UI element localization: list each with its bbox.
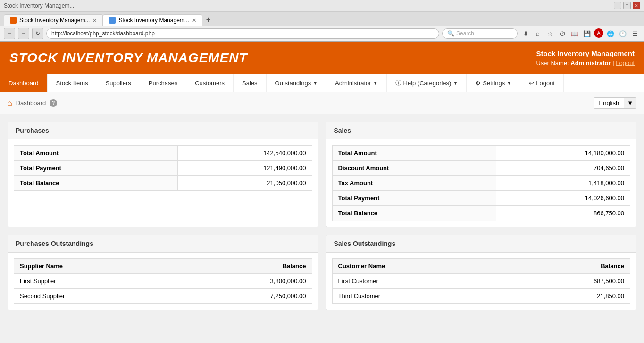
download-icon[interactable]: ⬇ <box>520 28 531 39</box>
sales-card-body: Total Amount 14,180,000.00 Discount Amou… <box>326 139 636 227</box>
nav-stock-items[interactable]: Stock Items <box>48 74 97 92</box>
nav-logout[interactable]: ↩ Logout <box>520 74 564 92</box>
table-header-row: Supplier Name Balance <box>14 259 312 274</box>
table-row: Total Payment 121,490,000.00 <box>14 161 312 176</box>
nav-help[interactable]: ⓘ Help (Categories) ▼ <box>387 74 467 92</box>
translate-icon[interactable]: 🌐 <box>605 28 616 39</box>
menu-icon[interactable]: ☰ <box>630 28 640 39</box>
customer-balance-2: 21,850.00 <box>505 289 630 304</box>
purchases-table: Total Amount 142,540,000.00 Total Paymen… <box>14 145 312 191</box>
table-row: Second Supplier 7,250,000.00 <box>14 289 312 304</box>
table-row: Total Amount 14,180,000.00 <box>332 146 630 161</box>
purchases-total-payment-label: Total Payment <box>14 161 178 176</box>
purchases-total-balance-label: Total Balance <box>14 176 178 191</box>
sales-outstandings-card: Sales Outstandings Customer Name Balance… <box>326 235 637 310</box>
site-name: Stock Inventory Management <box>536 49 635 57</box>
administrator-dropdown-icon: ▼ <box>373 81 378 86</box>
customer-balance-1: 687,500.00 <box>505 274 630 289</box>
nav-dashboard[interactable]: Dashboard <box>0 74 48 92</box>
supplier-name-col-header: Supplier Name <box>14 259 176 274</box>
tab-close-1[interactable]: ✕ <box>92 17 97 24</box>
purchases-card-body: Total Amount 142,540,000.00 Total Paymen… <box>8 139 318 196</box>
search-placeholder: Search <box>456 30 474 37</box>
sales-total-balance-label: Total Balance <box>332 206 496 221</box>
supplier-balance-col-header: Balance <box>176 259 312 274</box>
bookmark-icon[interactable]: 📖 <box>569 28 580 39</box>
settings-wrench-icon: ⚙ <box>475 80 481 87</box>
close-button[interactable]: ✕ <box>633 2 640 9</box>
address-text: http://localhost/php_stock/dashboard.php <box>51 30 434 37</box>
user-label: User Name: <box>536 59 569 66</box>
nav-suppliers-label: Suppliers <box>106 80 131 87</box>
adblock-icon[interactable]: A <box>594 28 603 38</box>
language-dropdown-arrow[interactable]: ▼ <box>624 98 636 108</box>
table-header-row: Customer Name Balance <box>332 259 630 274</box>
purchases-total-amount-value: 142,540,000.00 <box>178 146 312 161</box>
tab-icon-2 <box>109 17 116 24</box>
logout-link[interactable]: Logout <box>616 59 635 66</box>
nav-outstandings-label: Outstandings <box>275 80 311 87</box>
nav-dashboard-label: Dashboard <box>8 80 39 87</box>
sales-card-header: Sales <box>326 122 636 139</box>
sales-card: Sales Total Amount 14,180,000.00 Discoun… <box>326 122 637 227</box>
browser-titlebar: Stock Inventory Managem... – □ ✕ <box>0 0 644 12</box>
language-selector[interactable]: English ▼ <box>594 97 636 109</box>
new-tab-button[interactable]: + <box>202 14 214 26</box>
nav-settings[interactable]: ⚙ Settings ▼ <box>467 74 520 92</box>
window-controls: – □ ✕ <box>614 2 640 9</box>
customer-name-col-header: Customer Name <box>332 259 505 274</box>
table-row: First Customer 687,500.00 <box>332 274 630 289</box>
browser-toolbar: ← → ↻ http://localhost/php_stock/dashboa… <box>0 26 644 41</box>
browser-tab-1[interactable]: Stock Inventory Managem... ✕ <box>4 14 103 26</box>
purchases-card-header: Purchases <box>8 122 318 139</box>
supplier-balance-1: 3,800,000.00 <box>176 274 312 289</box>
purchases-total-payment-value: 121,490,000.00 <box>178 161 312 176</box>
table-row: Total Balance 866,750.00 <box>332 206 630 221</box>
sales-total-amount-label: Total Amount <box>332 146 496 161</box>
breadcrumb-bar: ⌂ Dashboard ? English ▼ <box>0 92 644 114</box>
tab-label-2: Stock Inventory Managem... <box>118 17 189 24</box>
breadcrumb-help-icon[interactable]: ? <box>50 99 57 107</box>
refresh-button[interactable]: ↻ <box>32 28 43 39</box>
purchases-outstandings-table: Supplier Name Balance First Supplier 3,8… <box>14 258 312 304</box>
purchases-total-balance-value: 21,050,000.00 <box>178 176 312 191</box>
sales-tax-value: 1,418,000.00 <box>496 176 630 191</box>
history-icon[interactable]: ⏱ <box>557 28 568 39</box>
user-info: User Name: Administrator | Logout <box>536 59 635 66</box>
sales-outstandings-body: Customer Name Balance First Customer 687… <box>326 253 636 310</box>
tab-close-2[interactable]: ✕ <box>192 17 196 24</box>
home-nav-icon[interactable]: ⌂ <box>533 28 543 39</box>
maximize-button[interactable]: □ <box>623 2 631 9</box>
nav-administrator[interactable]: Administrator ▼ <box>326 74 386 92</box>
app-header: STOCK INVENTORY MANAGEMENT Stock Invento… <box>0 42 644 74</box>
breadcrumb-home-icon[interactable]: ⌂ <box>8 99 12 107</box>
search-bar[interactable]: 🔍 Search <box>442 28 518 39</box>
nav-sales-label: Sales <box>242 80 258 87</box>
supplier-balance-2: 7,250,000.00 <box>176 289 312 304</box>
outstandings-dropdown-icon: ▼ <box>313 81 318 86</box>
star-icon[interactable]: ☆ <box>545 28 555 39</box>
purchases-outstandings-card: Purchases Outstandings Supplier Name Bal… <box>8 235 318 310</box>
language-value: English <box>594 98 624 108</box>
nav-help-label: Help (Categories) <box>403 80 452 87</box>
sales-total-payment-value: 14,026,600.00 <box>496 191 630 206</box>
back-button[interactable]: ← <box>4 28 15 39</box>
minimize-button[interactable]: – <box>614 2 621 9</box>
browser-tab-2[interactable]: Stock Inventory Managem... ✕ <box>103 14 202 26</box>
nav-customers[interactable]: Customers <box>186 74 234 92</box>
nav-outstandings[interactable]: Outstandings ▼ <box>267 74 327 92</box>
nav-suppliers[interactable]: Suppliers <box>97 74 140 92</box>
nav-purchases[interactable]: Purchases <box>140 74 186 92</box>
save-icon[interactable]: 💾 <box>582 28 592 39</box>
main-content: Purchases Total Amount 142,540,000.00 To… <box>0 114 644 318</box>
app-title: STOCK INVENTORY MANAGEMENT <box>9 50 248 65</box>
table-row: Discount Amount 704,650.00 <box>332 161 630 176</box>
purchases-outstandings-header: Purchases Outstandings <box>8 235 318 253</box>
address-bar[interactable]: http://localhost/php_stock/dashboard.php <box>46 28 439 39</box>
forward-button[interactable]: → <box>18 28 29 39</box>
nav-logout-label: Logout <box>536 80 555 87</box>
sales-total-payment-label: Total Payment <box>332 191 496 206</box>
nav-sales[interactable]: Sales <box>234 74 267 92</box>
purchases-total-amount-label: Total Amount <box>14 146 178 161</box>
clock-icon[interactable]: 🕐 <box>618 28 628 39</box>
